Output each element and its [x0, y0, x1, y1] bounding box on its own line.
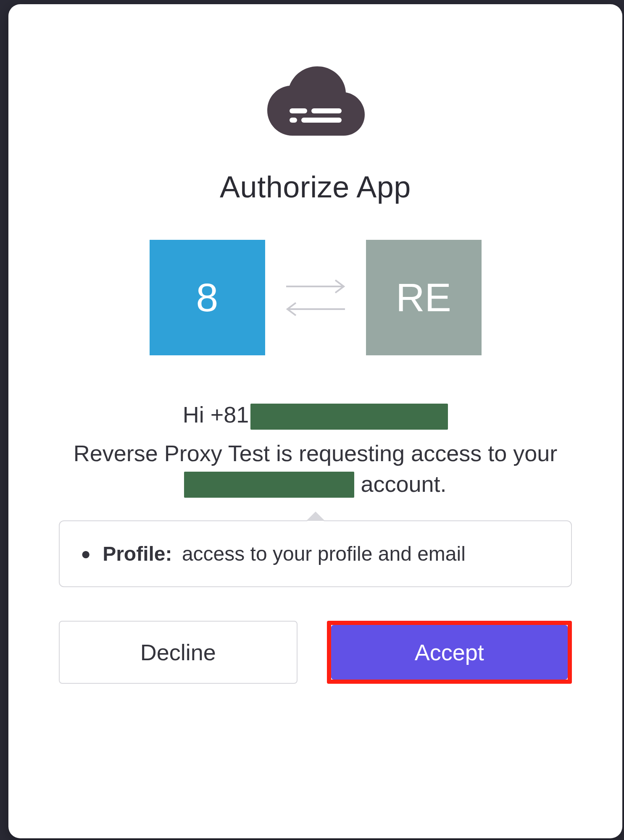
request-text: Reverse Proxy Test is requesting access …: [59, 438, 572, 499]
source-app-tile: 8: [150, 240, 265, 355]
redacted-block: [184, 472, 354, 498]
exchange-arrows-icon: [282, 278, 349, 318]
accept-button[interactable]: Accept: [331, 625, 568, 680]
svg-rect-0: [290, 108, 307, 113]
permission-item: ● Profile: access to your profile and em…: [81, 542, 550, 565]
brand-logo: [59, 59, 572, 140]
decline-button[interactable]: Decline: [59, 621, 298, 684]
permission-description: access to your profile and email: [182, 543, 466, 565]
bullet-icon: ●: [81, 545, 91, 562]
authorize-app-dialog: Authorize App 8 RE Hi +81 Reverse Proxy …: [8, 4, 622, 838]
decline-button-label: Decline: [140, 639, 216, 665]
action-buttons-row: Decline Accept: [59, 621, 572, 684]
target-app-tile: RE: [366, 240, 482, 355]
requesting-app-name: Reverse Proxy Test: [74, 441, 270, 466]
request-suffix: account.: [354, 471, 446, 496]
panel-pointer-icon: [307, 513, 324, 521]
permissions-list: ● Profile: access to your profile and em…: [59, 520, 572, 587]
greeting-text: Hi +81: [59, 402, 572, 430]
cloud-icon: [262, 133, 369, 140]
svg-rect-3: [301, 118, 342, 123]
accept-button-highlight: Accept: [327, 621, 572, 684]
redacted-block: [250, 404, 448, 430]
permissions-panel: ● Profile: access to your profile and em…: [59, 520, 572, 587]
greeting-prefix: Hi +81: [183, 402, 249, 427]
app-tiles-row: 8 RE: [59, 240, 572, 355]
source-app-label: 8: [196, 275, 219, 320]
dialog-title: Authorize App: [59, 170, 572, 204]
request-prefix: is requesting access to your: [270, 441, 557, 466]
svg-rect-1: [311, 108, 342, 113]
accept-button-label: Accept: [415, 639, 484, 665]
permission-label: Profile:: [103, 543, 172, 565]
svg-rect-2: [290, 118, 297, 123]
target-app-label: RE: [396, 275, 451, 320]
